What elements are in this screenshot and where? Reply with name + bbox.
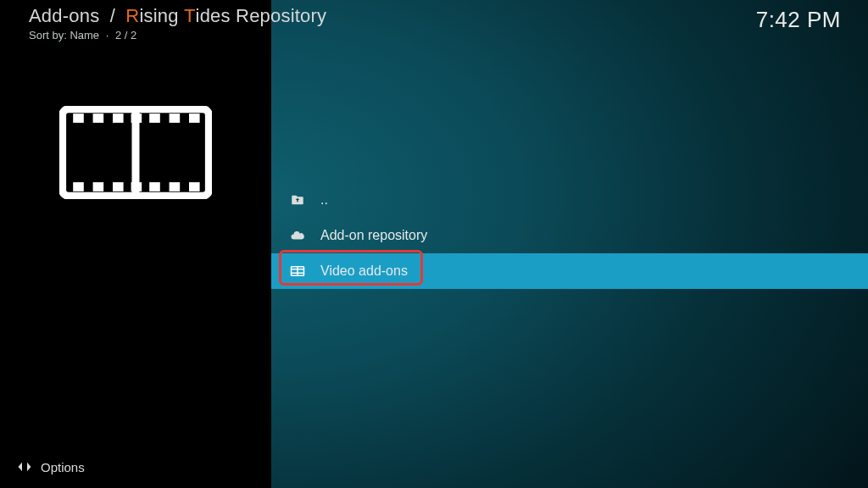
breadcrumb-current: Rising Tides Repository [125,5,326,26]
svg-rect-15 [189,182,200,191]
svg-rect-4 [113,114,124,123]
breadcrumb[interactable]: Add-ons / Rising Tides Repository [29,5,326,27]
svg-rect-11 [113,182,124,191]
list-item-label: .. [320,192,328,208]
breadcrumb-separator: / [110,5,115,26]
svg-rect-13 [149,182,160,191]
list-item-addon-repository[interactable]: Add-on repository [271,218,868,253]
dot-separator: · [106,29,109,42]
svg-rect-12 [131,182,142,191]
svg-rect-7 [170,114,181,123]
folder-up-icon [290,192,305,208]
svg-rect-5 [131,114,142,123]
svg-rect-8 [189,114,200,123]
list-item-label: Add-on repository [320,228,427,243]
breadcrumb-root[interactable]: Add-ons [29,5,99,26]
list-item-video-addons[interactable]: Video add-ons [271,253,868,289]
svg-rect-2 [73,114,84,123]
film-icon [290,263,305,279]
addon-list: .. Add-on repository Video add-ons [271,182,868,289]
svg-rect-9 [73,182,84,191]
list-item-label: Video add-ons [320,263,408,279]
svg-rect-3 [93,114,104,123]
list-item-parent[interactable]: .. [271,182,868,218]
sort-indicator[interactable]: Sort by: Name · 2 / 2 [29,29,136,42]
svg-rect-14 [170,182,181,191]
sort-label: Sort by: [29,29,67,42]
options-icon [17,459,32,474]
filmstrip-icon [59,106,212,199]
svg-rect-6 [149,114,160,123]
options-label: Options [41,460,85,474]
cloud-icon [290,228,305,243]
sort-count: 2 / 2 [115,29,136,42]
options-button[interactable]: Options [17,459,85,474]
clock: 7:42 PM [756,7,841,33]
sidebar [0,0,271,488]
sort-value: Name [70,29,99,42]
svg-rect-10 [93,182,104,191]
